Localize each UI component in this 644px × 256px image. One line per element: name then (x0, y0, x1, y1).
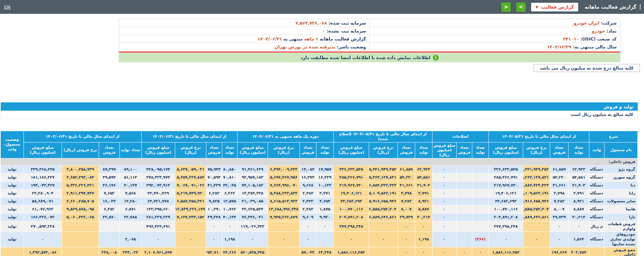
product-status-cell (0, 247, 24, 256)
value-cell: ۵,۶۳۷,۰۵۹,۰۳۱ (175, 165, 206, 173)
column-header: نرخ فروش (ریال) (523, 142, 550, 158)
value-cell: ۵۱,۱۱۳ (119, 173, 141, 181)
table-row: تارادستگاه۳۰,۲۱۴۲۹,۷۳۹۶,۸۸۹,۶۴۶,۸۶۱۲۰۴,۸… (0, 213, 637, 221)
page-title: گزارش فعالیت ماهانه (584, 4, 636, 10)
value-cell: ۵,۳۸۸,۲۲۳,۸۳۳ (268, 189, 299, 197)
value-cell: ۵,۱۰۹,۵۶۳,۱۹۱ (369, 189, 397, 197)
value-cell: ۶,۸۸۹,۶۴۶,۸۶۱ (523, 213, 550, 221)
column-header: تعداد فروش (456, 142, 472, 158)
value-cell: ۰ (432, 221, 456, 232)
value-cell: ۷۰,۵۹۳ (206, 173, 222, 181)
window-edge-mark (640, 4, 641, 10)
column-group-header: از ابتدای سال مالی تا تاریخ ۱۴۰۴/۰۶/۳۱ (141, 131, 237, 143)
table-row: سایر محصولاتدستگاه۸,۹۲۱۷,۳۸۳۵,۹۱۶,۶۵۸,۹۴… (0, 197, 637, 205)
unit-cell: م ریال (589, 221, 605, 232)
value-cell: ۰ (415, 221, 432, 232)
value-cell: ۷۰,۸۱۰ (222, 173, 237, 181)
value-cell: ۴۳,۶۸۲,۶۹۳ (489, 197, 523, 205)
info-value: ۱ ماهه (304, 36, 318, 42)
table-row: گروه پژودستگاه۶۲,۹۲۳۶۱,۸۵۹۵,۴۴۱,۹۴۹,۳۵۳۳… (0, 165, 637, 173)
report-type-dropdown[interactable]: گزارش فعالیت ▼ (531, 3, 578, 11)
value-cell (119, 221, 141, 232)
column-header: تعداد فروش (550, 142, 569, 158)
value-cell: ۵,۱۰۹,۵۶۳,۱۹۱ (523, 189, 550, 197)
info-label: سرمایه ثبت نشده: (325, 28, 366, 34)
company-info-table: شرکت: ایران خودروسرمایه ثبت شده: ۲,۵۶۳,۷… (119, 19, 620, 51)
value-cell: ۰ (299, 232, 316, 247)
product-status-cell: تولید (0, 213, 24, 221)
info-cell-left: وضعیت ناشر: پذیرفته شده در بورس تهران (119, 43, 370, 51)
value-cell: ۰ (397, 232, 415, 247)
column-header: مبلغ فروش (میلیون ریال) (489, 142, 523, 158)
info-row: کد صنعت (ISIC): ۳۴۱۰۱۰گزارش فعالیت ماهان… (119, 35, 620, 43)
next-report-button[interactable]: > (516, 2, 526, 12)
product-name-cell: جمع فروش داخلی (605, 247, 638, 256)
value-cell: ۳۱,۹۰۳ (415, 181, 432, 189)
value-cell: ۷,۶۵۳ (99, 189, 119, 197)
product-status-cell: تولید (0, 197, 24, 205)
value-cell: ۱,۱۹۸ (415, 232, 432, 247)
value-cell: ۰ (432, 213, 456, 221)
value-cell: ۳,۶۵۳,۳۹۲,۰۸۴ (62, 173, 99, 181)
value-cell: ۵۷,۰۴۳ (299, 247, 316, 256)
table-row: هایمادستگاه۸,۸۸۷۸,۰۰۷۱۲,۵۸۵,۲۵۲,۴۰۴۱۰۰,۷… (0, 205, 637, 213)
info-label: شرکت: (599, 20, 617, 26)
value-cell: ۰ (550, 221, 569, 232)
value-cell: ۵۴,۲۲۰ (397, 173, 415, 181)
value-cell (316, 232, 333, 247)
previous-report-button[interactable]: < (501, 2, 511, 12)
product-name-cell: رانا (605, 189, 638, 197)
info-row: شرکت: ایران خودروسرمایه ثبت شده: ۲,۵۶۳,۷… (119, 19, 620, 27)
value-cell: ۲۰۲,۷۸۴ (569, 247, 589, 256)
value-cell: ۱۹,۴۰۶,۱۲۱ (489, 189, 523, 197)
column-header: مبلغ فروش (میلیون ریال) (333, 142, 369, 158)
value-cell: ۳۰,۲۱۴ (415, 213, 432, 221)
value-cell: ۱۰۰,۷۷۰,۱۱۶ (489, 205, 523, 213)
value-cell: ۶۱,۸۵۹ (550, 165, 569, 173)
value-cell: ۱۰,۳۹۰ (206, 205, 222, 213)
info-cell-right: شرکت: ایران خودرو (370, 19, 620, 27)
value-cell: ۶,۲۶۲ (222, 189, 237, 197)
value-cell: ۱۳۳,۳۹۵,۶۶۰ (141, 205, 175, 213)
value-cell: ۲۰۴,۸۹۱,۲۰۸ (489, 213, 523, 221)
column-header: نرخ فروش (ریال) (268, 142, 299, 158)
unit-cell: دستگاه (589, 197, 605, 205)
column-header: تعداد فروش (397, 142, 415, 158)
product-name-cell: خودروهاي توليدي تجاري نشده سايتها (605, 232, 638, 247)
column-header: نام محصول (605, 142, 638, 158)
value-cell: ۱۹,۴۰۶,۱۲۱ (333, 189, 369, 197)
value-cell: ۲۹,۷۳۹ (397, 213, 415, 221)
value-cell: ۰ (432, 181, 456, 189)
value-cell: ۳,۷۹۸ (550, 189, 569, 197)
table-row: دنادستگاه۳۱,۹۰۳۳۱,۶۶۱۶,۸۸۴,۴۲۳,۴۲۳۲۱۷,۹۶… (0, 181, 637, 189)
info-cell-right: کد صنعت (ISIC): ۳۴۱۰۱۰ (370, 35, 620, 43)
column-header: نرخ فروش (ریال) (62, 142, 99, 158)
product-name-cell: گروه سورن (605, 173, 638, 181)
value-cell: ۰ (397, 221, 415, 232)
value-cell: ۳,۷۹۱ (569, 189, 589, 197)
value-cell: ۱۲,۵۸۵,۲۵۲,۴۰۴ (523, 205, 550, 213)
product-name-cell: سایر محصولات (605, 197, 638, 205)
value-cell: ۷۶,۳۴۶,۰۳۱ (237, 213, 268, 221)
value-cell (456, 189, 472, 197)
column-group-header: از ابتدای سال مالی تا تاریخ ۱۴۰۴/۰۵/۳۱ (… (333, 131, 432, 143)
info-row: نماد: خودروسرمایه ثبت نشده: ۰ (119, 27, 620, 35)
value-cell: ۳۳۶,۶۳۳,۵۴۵ (333, 165, 369, 173)
unit-cell: دستگاه (589, 213, 605, 221)
value-cell: ۸,۰۰۷ (550, 205, 569, 213)
value-cell: ۰ (141, 232, 175, 247)
value-cell (268, 221, 299, 232)
value-cell: ۴۹,۵۹۴ (99, 173, 119, 181)
value-cell (472, 181, 489, 189)
language-toggle-link[interactable]: EN (4, 4, 10, 10)
value-cell: ۴۲۸,۰۹۵,۱۷۴ (141, 165, 175, 173)
value-cell: ۱,۵۸۶,۱۱۶,۴۵۲ (489, 247, 523, 256)
value-cell: ۴۱,۳۲۹ (206, 181, 222, 189)
value-cell: ۳۱,۶۶۱ (397, 181, 415, 189)
info-cell-left: سرمایه ثبت شده: ۲,۵۶۳,۷۴۶,۰۶۸ (119, 19, 370, 27)
value-cell (62, 247, 99, 256)
value-cell: ۱۰۰,۷۷۰,۱۱۶ (333, 205, 369, 213)
value-cell: ۷,۹۴۵,۲۶۲,۸۷۹ (268, 213, 299, 221)
product-status-cell: تولید (0, 232, 24, 247)
value-cell: (۳۶۶) (472, 232, 489, 247)
